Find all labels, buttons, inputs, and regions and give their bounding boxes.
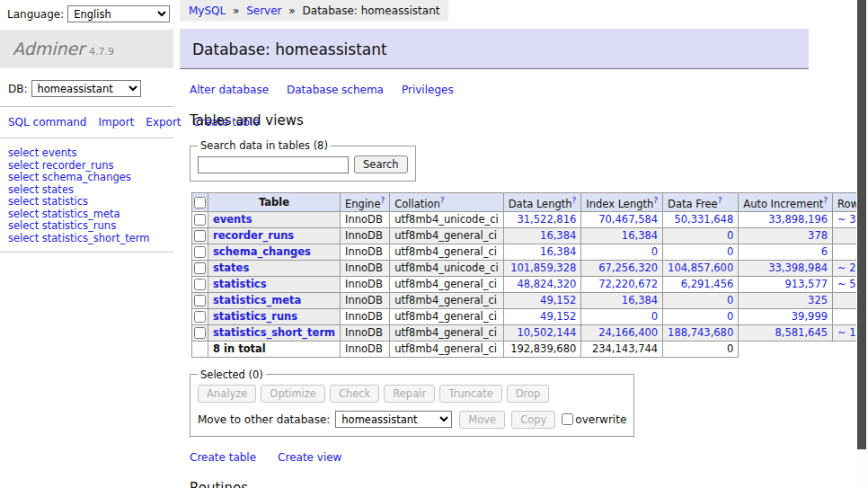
search-input[interactable] [198,156,349,173]
table-row-statistics-short-term: statistics_short_termInnoDButf8mb4_gener… [192,324,868,341]
help-link-data-free[interactable]: ? [718,196,722,205]
select-all-checkbox[interactable] [194,197,206,209]
auto-increment-cell: 33,398,984 [739,260,833,276]
auto-increment-link[interactable]: 913,577 [784,278,828,290]
data-free-link[interactable]: 188,743,680 [668,326,733,339]
move-button[interactable]: Move [459,411,505,429]
drop-button[interactable]: Drop [507,385,550,403]
table-link-states[interactable]: states [213,262,249,274]
data-length-link[interactable]: 48,824,320 [517,278,576,290]
data-length-link[interactable]: 49,152 [540,310,576,323]
sidebar-divider [0,252,173,253]
help-link-auto-increment[interactable]: ? [823,196,828,205]
index-length-link[interactable]: 24,166,400 [598,326,658,339]
db-link-privileges[interactable]: Privileges [402,84,454,96]
help-link-collation[interactable]: ? [440,196,445,205]
row-checkbox-schema-changes[interactable] [194,246,206,258]
data-free-link[interactable]: 104,857,600 [668,262,733,274]
footer-link-create-table[interactable]: Create table [190,451,256,464]
sidebar-item-select-statistics-meta[interactable]: select statistics_meta [8,209,173,221]
table-link-statistics-meta[interactable]: statistics_meta [213,294,301,306]
overwrite-checkbox[interactable] [562,413,573,425]
table-link-statistics-runs[interactable]: statistics_runs [213,310,297,323]
data-length-link[interactable]: 49,152 [540,294,576,306]
sidebar-item-select-statistics[interactable]: select statistics [8,196,173,209]
data-length-cell: 48,824,320 [503,276,581,292]
data-free-link[interactable]: 0 [727,310,733,323]
sidebar-item-select-statistics-short-term[interactable]: select statistics_short_term [8,233,173,245]
analyze-button[interactable]: Analyze [198,385,256,403]
vertical-scrollbar-thumb[interactable] [857,0,866,449]
sidebar-item-select-statistics-runs[interactable]: select statistics_runs [8,220,173,233]
data-length-link[interactable]: 16,384 [540,245,576,258]
data-free-link[interactable]: 50,331,648 [674,213,733,226]
truncate-button[interactable]: Truncate [439,385,502,403]
app-version: 4.7.9 [89,46,114,58]
vertical-scrollbar-track[interactable] [856,0,868,488]
row-checkbox-statistics-meta[interactable] [194,295,206,306]
index-length-link[interactable]: 0 [651,310,658,323]
data-free-link[interactable]: 6,291,456 [681,278,734,290]
db-link-database-schema[interactable]: Database schema [287,84,384,96]
copy-button[interactable]: Copy [511,411,555,429]
data-free-link[interactable]: 0 [727,229,733,242]
auto-increment-link[interactable]: 8,581,645 [775,326,828,339]
index-length-link[interactable]: 72,220,672 [598,278,658,290]
language-row: Language:English [0,0,173,22]
data-free-cell: 104,857,600 [663,260,739,276]
help-link-engine[interactable]: ? [380,196,385,205]
collation-cell: utf8mb4_general_ci [390,227,504,244]
data-free-link[interactable]: 0 [727,294,733,306]
data-length-link[interactable]: 101,859,328 [510,262,576,274]
language-select[interactable]: English [67,5,170,22]
row-checkbox-statistics[interactable] [194,279,206,290]
index-length-link[interactable]: 16,384 [622,229,658,242]
auto-increment-link[interactable]: 33,898,196 [768,213,828,226]
engine-cell: InnoDB [341,324,390,341]
auto-increment-link[interactable]: 6 [821,245,828,258]
auto-increment-link[interactable]: 378 [808,229,828,242]
collation-cell: utf8mb4_general_ci [390,292,504,308]
breadcrumb-link-server[interactable]: Server [246,4,281,17]
row-checkbox-events[interactable] [194,214,206,226]
table-link-events[interactable]: events [213,213,252,226]
index-length-link[interactable]: 0 [651,245,658,258]
table-link-statistics-short-term[interactable]: statistics_short_term [213,326,335,339]
index-length-link[interactable]: 16,384 [622,294,658,306]
data-length-link[interactable]: 10,502,144 [517,326,576,339]
sidebar-item-select-schema-changes[interactable]: select schema_changes [8,172,173,184]
help-link-index-length[interactable]: ? [653,196,658,205]
data-free-link[interactable]: 0 [727,245,733,258]
table-link-recorder-runs[interactable]: recorder_runs [213,229,294,242]
move-database-select[interactable]: homeassistant [335,411,452,428]
sidebar-link-sql-command[interactable]: SQL command [8,116,86,129]
sidebar-item-select-recorder-runs[interactable]: select recorder_runs [8,160,173,173]
db-link-alter-database[interactable]: Alter database [190,84,269,96]
row-checkbox-statistics-runs[interactable] [194,311,206,323]
check-button[interactable]: Check [330,385,379,403]
optimize-button[interactable]: Optimize [261,385,325,403]
help-link-data-length[interactable]: ? [572,196,577,205]
search-button[interactable]: Search [354,155,408,173]
row-checkbox-states[interactable] [194,262,206,274]
data-length-link[interactable]: 16,384 [540,229,576,242]
auto-increment-cell: 39,999 [739,308,833,324]
auto-increment-link[interactable]: 325 [808,294,828,306]
table-link-statistics[interactable]: statistics [213,278,267,290]
index-length-link[interactable]: 67,256,320 [598,262,658,274]
breadcrumb-link-mysql[interactable]: MySQL [189,4,226,17]
index-length-link[interactable]: 70,467,584 [598,213,658,226]
auto-increment-link[interactable]: 39,999 [792,310,828,323]
sidebar-item-select-events[interactable]: select events [8,147,173,160]
db-select[interactable]: homeassistant [31,80,141,97]
data-length-link[interactable]: 31,522,816 [517,213,576,226]
row-checkbox-statistics-short-term[interactable] [194,327,206,339]
repair-button[interactable]: Repair [384,385,435,403]
row-checkbox-recorder-runs[interactable] [194,230,206,242]
auto-increment-link[interactable]: 33,398,984 [768,262,828,274]
sidebar-link-import[interactable]: Import [98,116,134,129]
column-header-index-length: Index Length? [581,193,663,212]
table-link-schema-changes[interactable]: schema_changes [213,245,311,258]
sidebar-item-select-states[interactable]: select states [8,184,173,197]
footer-link-create-view[interactable]: Create view [278,451,341,464]
